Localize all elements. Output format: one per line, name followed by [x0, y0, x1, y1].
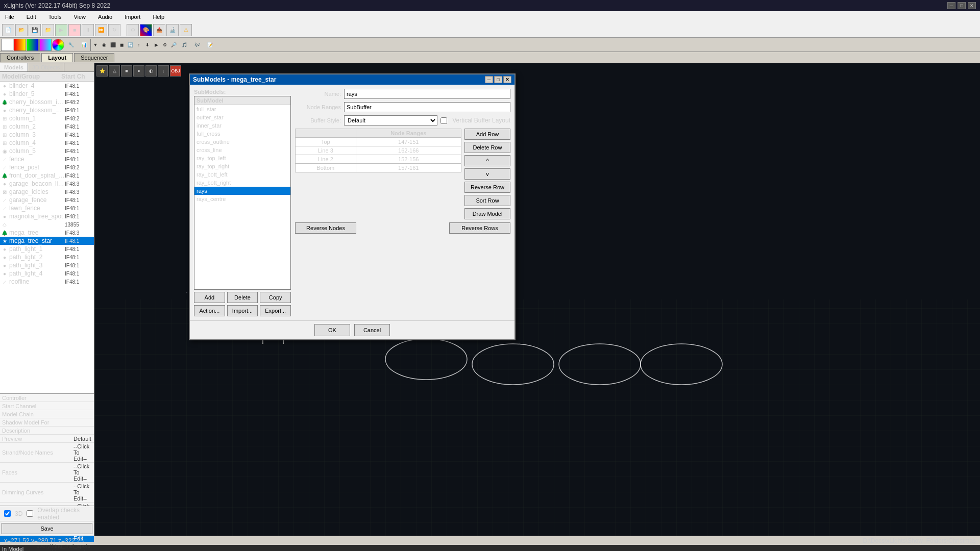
color-btn[interactable]: 🎨 — [140, 24, 152, 36]
props-row[interactable]: Controller — [0, 394, 94, 402]
reverse-row-btn[interactable]: Reverse Row — [464, 182, 510, 193]
list-item[interactable]: ● cherry_blossom_spot IF48:1 — [0, 106, 94, 114]
submodel-list-item[interactable]: rays — [194, 187, 290, 195]
ok-btn[interactable]: OK — [314, 324, 350, 336]
list-item[interactable]: ◉ column_5 IF48:1 — [0, 147, 94, 155]
list-item[interactable]: ⟋ fence_post IF48:2 — [0, 163, 94, 171]
list-item[interactable]: ◇ 13855 — [0, 220, 94, 229]
list-item[interactable]: ⊠ garage_icicles IF48:3 — [0, 188, 94, 196]
step-btn[interactable]: ⏩ — [95, 24, 107, 36]
output-btn[interactable]: 📤 — [153, 24, 165, 36]
list-item[interactable]: ● path_light_3 IF48:1 — [0, 261, 94, 269]
new-btn[interactable]: 📄 — [2, 24, 14, 36]
props-row[interactable]: Strand/Node Names --Click To Edit-- — [0, 443, 94, 463]
icon-tb-4[interactable]: ◼ — [117, 39, 126, 51]
list-item[interactable]: ⟋ garage_fence IF48:1 — [0, 196, 94, 204]
effects-btn[interactable]: ⚙ — [127, 24, 139, 36]
down-btn[interactable]: v — [464, 168, 510, 180]
submodel-list-item[interactable]: rays_centre — [194, 195, 290, 203]
warning-btn[interactable]: ⚠ — [180, 24, 192, 36]
menu-view[interactable]: View — [70, 13, 89, 21]
props-row[interactable]: Model Chain — [0, 410, 94, 418]
icon-tb-7[interactable]: ⬇ — [143, 39, 152, 51]
draw-model-btn[interactable]: Draw Model — [464, 208, 510, 219]
dialog-minimize-btn[interactable]: ─ — [485, 76, 493, 83]
props-row[interactable]: Shadow Model For — [0, 418, 94, 427]
props-row[interactable]: Preview Default — [0, 435, 94, 443]
white-square-icon[interactable] — [1, 39, 13, 51]
props-row[interactable]: Dimming Curves --Click To Edit-- — [0, 483, 94, 503]
model-list[interactable]: ● blinder_4 IF48:1 ● blinder_5 IF48:1 🌲 … — [0, 82, 94, 393]
color1-icon[interactable] — [14, 39, 26, 51]
dialog-close-btn[interactable]: ✕ — [503, 76, 511, 83]
list-item[interactable]: ⊞ column_3 IF48:1 — [0, 131, 94, 139]
list-item[interactable]: ★ mega_tree_star IF48:1 — [0, 237, 94, 245]
delete-submodel-btn[interactable]: Delete — [227, 292, 258, 303]
list-item[interactable]: ● magnolia_tree_spot IF48:1 — [0, 212, 94, 220]
sort-row-btn[interactable]: Sort Row — [464, 195, 510, 206]
props-row[interactable]: Faces --Click To Edit-- — [0, 463, 94, 483]
menu-edit[interactable]: Edit — [23, 13, 39, 21]
name-input[interactable] — [344, 89, 510, 99]
list-item[interactable]: ⊞ column_4 IF48:1 — [0, 139, 94, 147]
list-item[interactable]: ● garage_beacon_light IF48:3 — [0, 180, 94, 188]
props-row[interactable]: Start Channel — [0, 402, 94, 410]
tab-sequencer[interactable]: Sequencer — [74, 53, 114, 62]
row-value[interactable]: 152-156 — [356, 155, 461, 164]
buffer-style-select[interactable]: Default — [344, 115, 437, 126]
open-btn[interactable]: 📂 — [15, 24, 28, 36]
node-ranges-input[interactable] — [344, 102, 510, 112]
icon-tb-5[interactable]: 🔄 — [126, 39, 134, 51]
copy-submodel-btn[interactable]: Copy — [260, 292, 291, 303]
icon-tb-1[interactable]: ▼ — [91, 39, 100, 51]
color2-icon[interactable] — [27, 39, 39, 51]
list-item[interactable]: ● blinder_5 IF48:1 — [0, 90, 94, 98]
checkbox-3d[interactable] — [4, 510, 11, 517]
list-item[interactable]: ⟋ roofline IF48:1 — [0, 278, 94, 286]
submodel-list-item[interactable]: cross_outline — [194, 138, 290, 146]
save-as-btn[interactable]: 📁 — [42, 24, 54, 36]
row-value[interactable]: 162-166 — [356, 146, 461, 155]
list-item[interactable]: ● path_light_4 IF48:1 — [0, 269, 94, 278]
icon-tb-10[interactable]: 🔎 — [169, 39, 178, 51]
action-btn[interactable]: Action... — [194, 305, 225, 316]
checkbox-overlap[interactable] — [27, 510, 33, 517]
dialog-maximize-btn[interactable]: □ — [494, 76, 502, 83]
reverse-nodes-btn[interactable]: Reverse Nodes — [295, 222, 356, 234]
icon-tb-9[interactable]: ⚙ — [161, 39, 169, 51]
submodels-list[interactable]: SubModel full_staroutter_starinner_starf… — [194, 96, 291, 290]
icon-tb-11[interactable]: 🎵 — [178, 39, 190, 51]
save-button[interactable]: Save — [2, 523, 92, 534]
test-btn[interactable]: 🔬 — [166, 24, 179, 36]
icon-tb-8[interactable]: ▶ — [152, 39, 160, 51]
submodel-list-item[interactable]: full_cross — [194, 130, 290, 138]
icon-tb-6[interactable]: ↑ — [135, 39, 143, 51]
add-submodel-btn[interactable]: Add — [194, 292, 225, 303]
export-btn[interactable]: Export... — [260, 305, 291, 316]
list-item[interactable]: ⟋ fence IF48:1 — [0, 155, 94, 163]
refresh-btn[interactable]: ↻ — [108, 24, 120, 36]
tab-models[interactable]: Models — [0, 63, 28, 71]
save-toolbar-btn[interactable]: 💾 — [29, 24, 41, 36]
list-item[interactable]: ⊞ column_1 IF48:2 — [0, 114, 94, 122]
up-btn[interactable]: ^ — [464, 155, 510, 166]
icon-tb-13[interactable]: 📝 — [204, 39, 216, 51]
list-item[interactable]: ● blinder_4 IF48:1 — [0, 82, 94, 90]
cancel-btn[interactable]: Cancel — [354, 324, 390, 336]
submodel-list-item[interactable]: ray_bott_right — [194, 179, 290, 187]
icon-tb-12[interactable]: 🎶 — [191, 39, 203, 51]
maximize-btn[interactable]: □ — [958, 2, 966, 9]
submodel-list-item[interactable]: ray_top_right — [194, 162, 290, 170]
submodel-list-item[interactable]: inner_star — [194, 121, 290, 130]
color3-icon[interactable] — [39, 39, 52, 51]
submodel-list-item[interactable]: outter_star — [194, 113, 290, 121]
reverse-rows-btn[interactable]: Reverse Rows — [449, 222, 510, 234]
list-item[interactable]: 🌲 mega_tree IF48:3 — [0, 229, 94, 237]
close-btn[interactable]: ✕ — [968, 2, 976, 9]
menu-tools[interactable]: Tools — [45, 13, 65, 21]
tab-layout[interactable]: Layout — [41, 53, 73, 62]
row-value[interactable]: 157-161 — [356, 164, 461, 172]
list-item[interactable]: 🌲 front_door_spiral_tree_star IF48:1 — [0, 171, 94, 180]
list-item[interactable]: ⟋ lawn_fence IF48:1 — [0, 204, 94, 212]
props-row[interactable]: Description — [0, 427, 94, 435]
